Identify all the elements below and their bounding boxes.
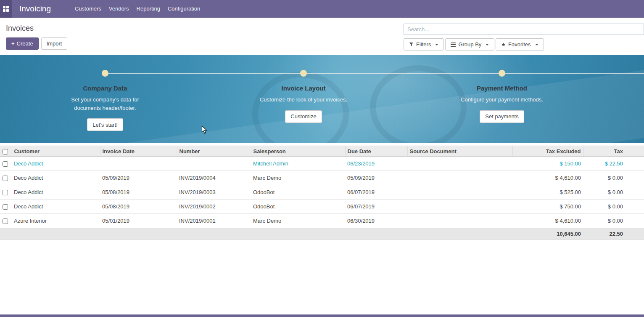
- number-cell[interactable]: INV/2019/0002: [177, 200, 251, 214]
- column-header-tax[interactable]: Tax: [583, 146, 644, 157]
- breadcrumb-page-title: Invoices: [6, 24, 67, 33]
- column-header-number[interactable]: Number: [177, 146, 251, 157]
- step-description: Customize the look of your invoices.: [260, 96, 347, 104]
- invoice-date-cell[interactable]: 05/01/2019: [100, 214, 177, 228]
- due-date-cell[interactable]: 06/23/2019: [345, 157, 407, 171]
- app-brand-title[interactable]: Invoicing: [19, 4, 51, 13]
- salesperson-cell[interactable]: Marc Demo: [251, 214, 345, 228]
- due-date-cell[interactable]: 05/09/2019: [345, 171, 407, 185]
- onboarding-banner: Company Data Set your company's data for…: [0, 55, 644, 143]
- star-icon: ★: [501, 42, 506, 48]
- plus-icon: +: [11, 40, 15, 47]
- tax-excluded-cell[interactable]: $ 150.00: [512, 157, 583, 171]
- salesperson-cell[interactable]: Mitchell Admin: [251, 157, 345, 171]
- row-checkbox[interactable]: [3, 218, 8, 224]
- row-checkbox[interactable]: [3, 161, 8, 167]
- import-button[interactable]: Import: [41, 37, 68, 50]
- menu-configuration[interactable]: Configuration: [164, 0, 204, 18]
- menu-customers[interactable]: Customers: [71, 0, 105, 18]
- select-all-cell[interactable]: [0, 146, 12, 157]
- filters-dropdown-button[interactable]: Filters: [404, 38, 444, 51]
- set-payments-button[interactable]: Set payments: [480, 110, 524, 123]
- tax-excluded-cell[interactable]: $ 4,610.00: [512, 171, 583, 185]
- invoice-date-cell[interactable]: 05/08/2019: [100, 185, 177, 200]
- invoice-date-cell[interactable]: 05/08/2019: [100, 200, 177, 214]
- source-document-cell[interactable]: [407, 171, 512, 185]
- select-all-checkbox[interactable]: [3, 149, 8, 155]
- row-checkbox[interactable]: [3, 204, 8, 210]
- row-select-cell[interactable]: [0, 214, 12, 228]
- tax-excluded-cell[interactable]: $ 4,610.00: [512, 214, 583, 228]
- column-header-salesperson[interactable]: Salesperson: [251, 146, 345, 157]
- tax-cell[interactable]: $ 0.00: [583, 214, 644, 228]
- search-options: Filters Group By ★ Favorites: [404, 38, 644, 51]
- search-input[interactable]: [404, 24, 644, 35]
- customer-cell[interactable]: Deco Addict: [12, 171, 100, 185]
- column-header-tax-excluded[interactable]: Tax Excluded: [512, 146, 583, 157]
- invoice-row[interactable]: Deco Addict05/08/2019INV/2019/0003OdooBo…: [0, 185, 644, 200]
- create-button[interactable]: +Create: [6, 37, 39, 50]
- source-document-cell[interactable]: [407, 185, 512, 200]
- customize-button[interactable]: Customize: [285, 110, 322, 123]
- menu-vendors[interactable]: Vendors: [105, 0, 133, 18]
- due-date-cell[interactable]: 06/07/2019: [345, 185, 407, 200]
- invoice-list-table: Customer Invoice Date Number Salesperson…: [0, 146, 644, 240]
- column-header-due-date[interactable]: Due Date: [345, 146, 407, 157]
- invoice-row[interactable]: Deco Addict05/09/2019INV/2019/0004Marc D…: [0, 171, 644, 185]
- menu-reporting[interactable]: Reporting: [133, 0, 164, 18]
- totals-spacer: [0, 228, 512, 240]
- row-select-cell[interactable]: [0, 171, 12, 185]
- salesperson-cell[interactable]: OdooBot: [251, 185, 345, 200]
- total-tax: 22.50: [583, 228, 644, 240]
- row-select-cell[interactable]: [0, 200, 12, 214]
- tax-cell[interactable]: $ 0.00: [583, 185, 644, 200]
- onboarding-step-company-data: Company Data Set your company's data for…: [6, 55, 204, 131]
- invoice-row[interactable]: Azure Interior05/01/2019INV/2019/0001Mar…: [0, 214, 644, 228]
- lets-start-button[interactable]: Let's start!: [87, 118, 123, 131]
- customer-cell[interactable]: Deco Addict: [12, 185, 100, 200]
- step-dot: [499, 70, 505, 77]
- column-header-source-document[interactable]: Source Document: [407, 146, 512, 157]
- row-checkbox[interactable]: [3, 190, 8, 195]
- row-checkbox[interactable]: [3, 176, 8, 181]
- tax-excluded-cell[interactable]: $ 750.00: [512, 200, 583, 214]
- apps-grid-icon: [3, 6, 9, 12]
- number-cell[interactable]: INV/2019/0003: [177, 185, 251, 200]
- tax-cell[interactable]: $ 0.00: [583, 171, 644, 185]
- salesperson-cell[interactable]: OdooBot: [251, 200, 345, 214]
- tax-cell[interactable]: $ 22.50: [583, 157, 644, 171]
- app-menus: Customers Vendors Reporting Configuratio…: [71, 0, 204, 18]
- tax-excluded-cell[interactable]: $ 525.00: [512, 185, 583, 200]
- favorites-dropdown-button[interactable]: ★ Favorites: [496, 38, 544, 51]
- source-document-cell[interactable]: [407, 157, 512, 171]
- tax-cell[interactable]: $ 0.00: [583, 200, 644, 214]
- invoice-date-cell[interactable]: [100, 157, 177, 171]
- bottom-accent-bar: [0, 314, 644, 317]
- invoice-row[interactable]: Deco AddictMitchell Admin06/23/2019$ 150…: [0, 157, 644, 171]
- column-header-customer[interactable]: Customer: [12, 146, 100, 157]
- step-dot: [102, 70, 108, 77]
- source-document-cell[interactable]: [407, 214, 512, 228]
- step-description: Set your company's data for documents he…: [61, 96, 149, 112]
- step-description: Configure your payment methods.: [461, 96, 543, 104]
- due-date-cell[interactable]: 06/30/2019: [345, 214, 407, 228]
- row-select-cell[interactable]: [0, 157, 12, 171]
- customer-cell[interactable]: Deco Addict: [12, 200, 100, 214]
- invoice-row[interactable]: Deco Addict05/08/2019INV/2019/0002OdooBo…: [0, 200, 644, 214]
- invoice-date-cell[interactable]: 05/09/2019: [100, 171, 177, 185]
- onboarding-step-invoice-layout: Invoice Layout Customize the look of you…: [204, 55, 403, 131]
- due-date-cell[interactable]: 06/07/2019: [345, 200, 407, 214]
- group-by-dropdown-button[interactable]: Group By: [445, 38, 494, 51]
- top-navbar: Invoicing Customers Vendors Reporting Co…: [0, 0, 644, 18]
- customer-cell[interactable]: Deco Addict: [12, 157, 100, 171]
- customer-cell[interactable]: Azure Interior: [12, 214, 100, 228]
- source-document-cell[interactable]: [407, 200, 512, 214]
- salesperson-cell[interactable]: Marc Demo: [251, 171, 345, 185]
- number-cell[interactable]: [177, 157, 251, 171]
- chevron-down-icon: [435, 44, 438, 45]
- number-cell[interactable]: INV/2019/0001: [177, 214, 251, 228]
- apps-menu-button[interactable]: [0, 0, 12, 18]
- row-select-cell[interactable]: [0, 185, 12, 200]
- column-header-invoice-date[interactable]: Invoice Date: [100, 146, 177, 157]
- number-cell[interactable]: INV/2019/0004: [177, 171, 251, 185]
